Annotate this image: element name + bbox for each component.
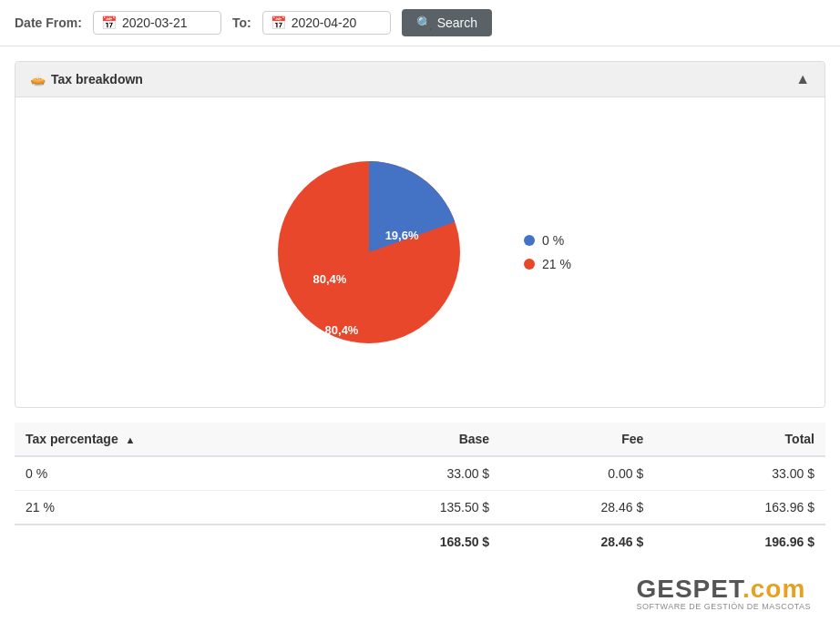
legend-dot-0 <box>524 235 535 246</box>
table-row: 21 % 135.50 $ 28.46 $ 163.96 $ <box>15 491 825 525</box>
table-row: 0 % 33.00 $ 0.00 $ 33.00 $ <box>15 456 825 491</box>
date-from-input[interactable] <box>122 15 213 30</box>
collapse-icon[interactable]: ▲ <box>795 71 810 87</box>
pie-label-2: 80,4% <box>325 323 359 337</box>
col-header-tax[interactable]: Tax percentage ▲ <box>15 423 329 456</box>
pie-chart: 19,6% 80,4% 19,6% 80,4% <box>269 152 469 352</box>
table-header-row: Tax percentage ▲ Base Fee Total <box>15 423 825 456</box>
total-label <box>15 525 329 558</box>
cell-total-1: 163.96 $ <box>654 491 825 525</box>
brand-main: GESPET.com <box>636 575 811 604</box>
total-fee: 28.46 $ <box>500 525 654 558</box>
col-header-fee[interactable]: Fee <box>500 423 654 456</box>
card-body: 19,6% 80,4% 19,6% 80,4% 0 % <box>15 97 825 407</box>
chart-area: 19,6% 80,4% 19,6% 80,4% 0 % <box>34 116 806 389</box>
tax-table: Tax percentage ▲ Base Fee Total 0 % 33.0… <box>15 423 825 558</box>
pie-chart-icon: 🥧 <box>30 72 46 87</box>
legend-label-1: 21 % <box>542 257 571 271</box>
date-from-wrapper[interactable]: 📅 <box>93 11 221 35</box>
card-header: 🥧 Tax breakdown ▲ <box>15 62 825 97</box>
legend-dot-1 <box>524 259 535 270</box>
total-base: 168.50 $ <box>329 525 500 558</box>
cell-tax-0: 0 % <box>15 456 329 491</box>
cell-base-0: 33.00 $ <box>329 456 500 491</box>
legend-label-0: 0 % <box>542 233 564 248</box>
cell-base-1: 135.50 $ <box>329 491 500 525</box>
branding: GESPET.com SOFTWARE DE GESTIÓN DE MASCOT… <box>15 566 825 620</box>
search-button[interactable]: 🔍 Search <box>402 9 492 36</box>
calendar-to-icon[interactable]: 📅 <box>271 15 286 30</box>
sort-icon: ▲ <box>126 434 136 445</box>
chart-legend: 0 % 21 % <box>524 233 571 271</box>
main-content: 🥧 Tax breakdown ▲ 19,6% <box>0 46 840 635</box>
total-total: 196.96 $ <box>654 525 825 558</box>
table-total-row: 168.50 $ 28.46 $ 196.96 $ <box>15 525 825 558</box>
to-label: To: <box>232 15 251 30</box>
col-header-base[interactable]: Base <box>329 423 500 456</box>
legend-item-0: 0 % <box>524 233 571 248</box>
date-to-wrapper[interactable]: 📅 <box>262 11 391 35</box>
header-bar: Date From: 📅 To: 📅 🔍 Search <box>0 0 840 46</box>
legend-item-1: 21 % <box>524 257 571 271</box>
date-from-label: Date From: <box>15 15 82 30</box>
cell-total-0: 33.00 $ <box>654 456 825 491</box>
cell-fee-0: 0.00 $ <box>500 456 654 491</box>
col-header-total[interactable]: Total <box>654 423 825 456</box>
date-to-input[interactable] <box>292 15 383 30</box>
calendar-from-icon[interactable]: 📅 <box>101 15 117 30</box>
card-title: 🥧 Tax breakdown <box>30 72 143 87</box>
brand-sub: SOFTWARE DE GESTIÓN DE MASCOTAS <box>636 602 811 611</box>
cell-fee-1: 28.46 $ <box>500 491 654 525</box>
search-icon: 🔍 <box>416 15 432 30</box>
search-button-label: Search <box>437 15 477 30</box>
cell-tax-1: 21 % <box>15 491 329 525</box>
card-title-text: Tax breakdown <box>51 72 143 87</box>
tax-breakdown-card: 🥧 Tax breakdown ▲ 19,6% <box>15 61 825 408</box>
